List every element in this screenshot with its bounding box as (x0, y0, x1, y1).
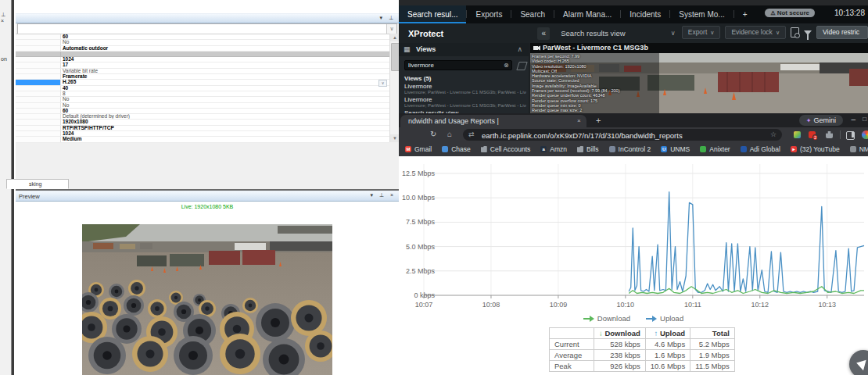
property-value: Medium (61, 137, 389, 141)
clear-search-icon[interactable]: ⊗ (504, 62, 509, 69)
views-search-input[interactable] (404, 60, 512, 70)
property-row[interactable]: Medium (16, 137, 389, 142)
property-value: 1024 (61, 131, 389, 136)
properties-filter-dropdown[interactable]: ∨ (17, 23, 397, 34)
bookmark-item[interactable]: Bills (577, 145, 599, 153)
bookmark-item[interactable]: MGmail (405, 145, 432, 153)
property-row[interactable]: No (16, 97, 389, 102)
preview-titlebar-icons[interactable]: ▾ ⊥ × (370, 192, 396, 198)
titlebar-pin-icons[interactable]: ▾ ⊥ (379, 15, 396, 21)
property-row[interactable]: Default (determined by driver) (16, 114, 389, 120)
chevron-down-icon[interactable]: ∨ (386, 24, 396, 34)
new-tab-icon[interactable]: + (596, 116, 601, 125)
home-icon[interactable]: ⌂ (447, 130, 452, 138)
xp-tab-2[interactable]: Search (511, 5, 554, 23)
view-list-item[interactable]: LivermoreLivermore; ParWest - Livermore … (404, 83, 528, 95)
camera-tile[interactable]: ParWest - Livermore C1 MSG3b (530, 43, 868, 113)
legend-item-upload[interactable]: Upload (646, 314, 683, 323)
collapse-sidebar-button[interactable]: « (537, 27, 550, 40)
property-label-cell (16, 120, 61, 124)
video-restrictions-button[interactable]: Video restric (816, 26, 868, 39)
property-row[interactable]: 40 (16, 86, 389, 91)
filter-funnel-icon[interactable] (804, 30, 812, 35)
bookmark-item[interactable]: aAmzn (540, 145, 567, 153)
bookmark-item[interactable]: InControl 2 (609, 145, 651, 153)
bandwidth-report-page: 10:0710:0810:0910:1010:1110:1210:130 kbp… (399, 156, 868, 375)
property-label-cell (16, 86, 61, 91)
y-tick-label: 0 kbps (414, 291, 435, 299)
bookmark-item[interactable]: Cell Accounts (481, 145, 531, 153)
evidence-lock-button[interactable]: Evidence lock∨ (725, 26, 786, 39)
maximize-window-icon[interactable]: □ (863, 116, 866, 123)
preview-titlebar[interactable]: Preview ▾ ⊥ × (16, 191, 399, 202)
bookmark-item[interactable]: Chase (442, 145, 471, 153)
bookmark-item[interactable]: UUNMS (661, 145, 690, 153)
bookmark-item[interactable]: NMC Central | Natio... (850, 145, 868, 153)
property-row[interactable]: Automatic outdoor (16, 46, 389, 52)
y-tick-label: 10.0 Mbps (402, 194, 436, 202)
edit-views-icon[interactable] (516, 62, 528, 70)
close-tab-icon[interactable]: × (577, 117, 581, 124)
property-row[interactable]: Framerate (16, 74, 389, 80)
report-search-icon[interactable] (791, 27, 799, 38)
not-secure-badge[interactable]: ⚠Not secure (765, 9, 815, 17)
property-row[interactable]: RTP/RTSP/HTTP/TCP (16, 126, 389, 131)
extension-icon[interactable] (794, 131, 801, 138)
property-row[interactable]: 1920x1080 (16, 120, 389, 125)
stats-row: Peak926 kbps10.6 Mbps11.5 Mbps (550, 361, 735, 372)
view-selector[interactable]: Search results view (561, 29, 625, 38)
extensions-puzzle-icon[interactable] (826, 131, 833, 138)
property-row[interactable]: No (16, 40, 389, 45)
url-text[interactable]: earth.ic.peplink.com/o/xK9xD7/n/17/d/310… (482, 131, 683, 140)
chevron-down-icon: ∨ (776, 30, 780, 35)
chevron-up-icon[interactable]: ∧ (517, 45, 522, 53)
xp-tab-4[interactable]: Incidents (621, 5, 669, 23)
reload-icon[interactable]: ↻ (430, 130, 436, 138)
gemini-button[interactable]: ✦Gemini (799, 115, 843, 126)
chevron-down-icon[interactable]: ∨ (671, 30, 676, 37)
property-row[interactable]: 60 (16, 109, 389, 114)
legend-item-download[interactable]: Download (583, 314, 630, 323)
property-row[interactable]: 17 (16, 62, 389, 68)
extension-badge-icon[interactable] (809, 131, 816, 138)
not-secure-label: Not secure (777, 9, 809, 16)
clock-text: 10:13:28 (834, 9, 865, 17)
screenshot-root: ⊥ × on ▾ ⊥ ∨ 60NoAutomatic outdoor102417… (0, 0, 868, 375)
export-button[interactable]: Export∨ (682, 26, 721, 39)
property-row[interactable]: 1024 (16, 131, 389, 137)
toolbar-divider (840, 130, 841, 139)
bookmark-item[interactable]: Anixter (700, 145, 730, 153)
bookmark-star-icon[interactable]: ☆ (770, 130, 777, 138)
property-row[interactable]: H.265∨ (16, 80, 389, 85)
bookmark-item[interactable]: ▸(32) YouTube (791, 145, 840, 153)
site-settings-icon[interactable]: ⇄ (468, 130, 475, 138)
property-row[interactable] (16, 52, 389, 57)
xp-tab-5[interactable]: System Mo... (670, 5, 733, 23)
xp-tab-1[interactable]: Exports (467, 5, 511, 23)
property-row[interactable]: 8 (16, 91, 389, 97)
stats-row: Average238 kbps1.6 Mbps1.9 Mbps (550, 350, 735, 361)
xp-tab-0[interactable]: Search resul... (399, 5, 466, 23)
browser-toolbar: ↻ ⌂ ⇄ earth.ic.peplink.com/o/xK9xD7/n/17… (399, 127, 868, 142)
xp-tab-6[interactable]: + (734, 5, 756, 23)
address-bar[interactable]: ⇄ earth.ic.peplink.com/o/xK9xD7/n/17/d/3… (463, 129, 782, 141)
bookmark-favicon (700, 146, 706, 152)
xp-tab-3[interactable]: Alarm Mana... (554, 5, 620, 23)
properties-titlebar[interactable]: ▾ ⊥ (16, 13, 399, 23)
profile-avatar[interactable] (862, 130, 868, 139)
browser-tab[interactable]: ndwidth and Usage Reports | (400, 115, 586, 127)
views-panel-header[interactable]: ▦ Views ∧ (399, 43, 529, 56)
bookmark-label: Anixter (709, 145, 730, 153)
property-row[interactable]: Variable bit rate (16, 69, 389, 74)
side-panel-icon[interactable] (846, 131, 855, 140)
minimize-window-icon[interactable]: – (851, 115, 855, 123)
view-list-item[interactable]: LivermoreLivermore; ParWest - Livermore … (404, 96, 528, 108)
property-row[interactable]: No (16, 103, 389, 109)
folder-icon (481, 146, 487, 152)
bookmark-item[interactable]: Adi Global (741, 145, 780, 153)
panel-pin-close-icons[interactable]: ⊥ × (1, 12, 11, 23)
fab-arrow-icon (855, 358, 866, 370)
property-row[interactable]: 60 (16, 34, 389, 40)
property-row[interactable]: 1024 (16, 57, 389, 62)
tab-masking[interactable]: sking (6, 179, 69, 189)
